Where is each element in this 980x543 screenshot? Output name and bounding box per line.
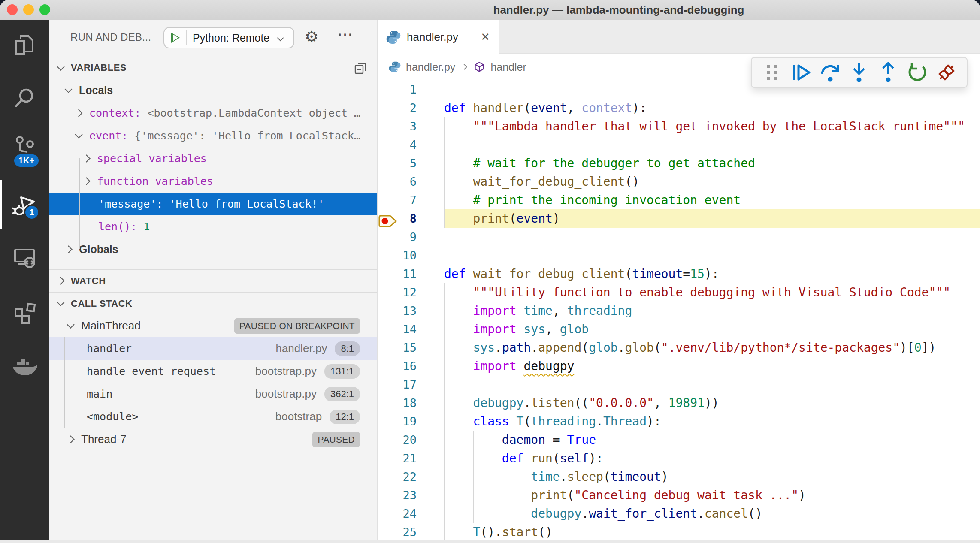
gutter[interactable]: 14	[378, 323, 444, 336]
callstack-row[interactable]: <module>bootstrap12:1	[49, 405, 377, 428]
gutter[interactable]: 18	[378, 396, 444, 410]
gutter[interactable]: 15	[378, 341, 444, 354]
gutter[interactable]: 13	[378, 304, 444, 317]
gutter[interactable]: 3	[378, 120, 444, 133]
callstack-row[interactable]: handlerhandler.py8:1	[49, 337, 377, 360]
gutter[interactable]: 20	[378, 433, 444, 446]
gutter[interactable]: 24	[378, 507, 444, 520]
watch-section-header[interactable]: WATCH	[49, 269, 377, 292]
code-line[interactable]: 18 debugpy.listen(("0.0.0.0", 19891))	[378, 394, 980, 412]
code-line[interactable]: 21 def run(self):	[378, 449, 980, 468]
code-line[interactable]: 8 print(event)	[378, 209, 980, 228]
code-text: wait_for_debug_client()	[444, 175, 639, 189]
callstack-row[interactable]: handle_event_requestbootstrap.py131:1	[49, 360, 377, 383]
callstack-row[interactable]: Thread-7PAUSED	[49, 428, 377, 451]
sidebar-item-docker[interactable]	[0, 347, 49, 389]
tab-bar: handler.py ✕	[378, 20, 980, 54]
gutter[interactable]: 25	[378, 525, 444, 539]
code-line[interactable]: 3 """Lambda handler that will get invoke…	[378, 117, 980, 136]
line-number: 25	[402, 525, 444, 539]
gutter[interactable]: 7	[378, 193, 444, 207]
code-line[interactable]: 7 # print the incoming invocation event	[378, 191, 980, 209]
code-area[interactable]: 12def handler(event, context):3 """Lambd…	[378, 80, 980, 543]
variables-row[interactable]: function variables	[49, 170, 377, 193]
sidebar-item-explorer[interactable]	[0, 24, 49, 66]
breadcrumb-file[interactable]: handler.py	[406, 61, 455, 73]
gutter[interactable]: 5	[378, 157, 444, 170]
frame-file: bootstrap.py	[255, 387, 317, 401]
start-debug-icon[interactable]	[171, 33, 180, 43]
gutter[interactable]: 4	[378, 138, 444, 151]
code-line[interactable]: 24 debugpy.wait_for_client.cancel()	[378, 504, 980, 523]
gutter[interactable]: 21	[378, 452, 444, 465]
gutter[interactable]: 6	[378, 175, 444, 188]
minimize-window-button[interactable]	[23, 4, 34, 15]
gutter[interactable]: 10	[378, 249, 444, 262]
step-over-button[interactable]	[817, 60, 844, 85]
sidebar-item-remote-explorer[interactable]	[0, 236, 49, 279]
breadcrumb-symbol[interactable]: handler	[490, 61, 526, 73]
collapse-all-icon[interactable]	[354, 62, 367, 75]
variables-section-header[interactable]: VARIABLES	[49, 58, 377, 77]
code-line[interactable]: 10	[378, 246, 980, 265]
gutter[interactable]: 1	[378, 83, 444, 96]
variables-row[interactable]: special variables	[49, 147, 377, 170]
callstack-row[interactable]: mainbootstrap.py362:1	[49, 383, 377, 405]
gutter[interactable]: 2	[378, 101, 444, 115]
sidebar-item-search[interactable]	[0, 76, 49, 119]
code-line[interactable]: 13 import time, threading	[378, 302, 980, 320]
continue-button[interactable]	[788, 60, 814, 85]
variables-row[interactable]: Globals	[49, 238, 377, 261]
code-line[interactable]: 16 import debugpy	[378, 357, 980, 375]
search-icon	[12, 85, 37, 110]
frame-file: handler.py	[275, 342, 327, 355]
code-line[interactable]: 14 import sys, glob	[378, 320, 980, 338]
code-line[interactable]: 25 T().start()	[378, 523, 980, 541]
code-line[interactable]: 4	[378, 136, 980, 154]
close-icon[interactable]: ✕	[481, 30, 490, 44]
callstack-row[interactable]: MainThreadPAUSED ON BREAKPOINT	[49, 314, 377, 337]
code-line[interactable]: 19 class T(threading.Thread):	[378, 412, 980, 431]
code-line[interactable]: 15 sys.path.append(glob.glob(".venv/lib/…	[378, 338, 980, 357]
code-line[interactable]: 11def wait_for_debug_client(timeout=15):	[378, 265, 980, 283]
code-line[interactable]: 17	[378, 375, 980, 394]
line-number: 10	[402, 249, 444, 262]
gutter[interactable]: 23	[378, 489, 444, 502]
variables-row[interactable]: event: {'message': 'Hello from LocalStac…	[49, 124, 377, 147]
code-line[interactable]: 9	[378, 228, 980, 246]
gutter[interactable]: 17	[378, 378, 444, 391]
gutter[interactable]: 16	[378, 359, 444, 373]
code-line[interactable]: 22 time.sleep(timeout)	[378, 468, 980, 486]
more-actions-icon[interactable]: ⋯	[337, 25, 354, 43]
code-line[interactable]: 5 # wait for the debugger to get attache…	[378, 154, 980, 172]
code-line[interactable]: 2def handler(event, context):	[378, 99, 980, 117]
breakpoint-current-line-icon[interactable]	[378, 214, 398, 228]
callstack-section-header[interactable]: CALL STACK	[49, 292, 377, 314]
variables-row[interactable]: 'message': 'Hello from LocalStack!'	[49, 193, 377, 215]
zoom-window-button[interactable]	[39, 4, 50, 15]
code-line[interactable]: 6 wait_for_debug_client()	[378, 172, 980, 191]
variables-row[interactable]: context: <bootstrap.LambdaContext object…	[49, 102, 377, 124]
variables-row[interactable]: Locals	[49, 79, 377, 102]
code-line[interactable]: 23 print("Canceling debug wait task ..."…	[378, 486, 980, 504]
gutter[interactable]: 22	[378, 470, 444, 483]
step-out-button[interactable]	[875, 60, 901, 85]
tab-handler-py[interactable]: handler.py ✕	[378, 20, 499, 54]
code-line[interactable]: 20 daemon = True	[378, 431, 980, 449]
sidebar-item-run-and-debug[interactable]	[0, 184, 49, 226]
close-window-button[interactable]	[7, 4, 18, 15]
launch-config-dropdown[interactable]: Python: Remote	[163, 27, 294, 48]
sidebar-item-extensions[interactable]	[0, 291, 49, 334]
gutter[interactable]: 12	[378, 286, 444, 299]
gear-icon[interactable]: ⚙	[305, 28, 318, 46]
gutter[interactable]: 9	[378, 230, 444, 244]
step-into-button[interactable]	[846, 60, 872, 85]
disconnect-button[interactable]	[933, 60, 960, 85]
gutter[interactable]: 11	[378, 267, 444, 281]
gutter[interactable]: 8	[378, 212, 444, 225]
variables-row[interactable]: len(): 1	[49, 215, 377, 238]
code-line[interactable]: 12 """Utility function to enable debuggi…	[378, 283, 980, 302]
drag-handle[interactable]	[759, 60, 785, 85]
gutter[interactable]: 19	[378, 415, 444, 428]
restart-button[interactable]	[904, 60, 931, 85]
